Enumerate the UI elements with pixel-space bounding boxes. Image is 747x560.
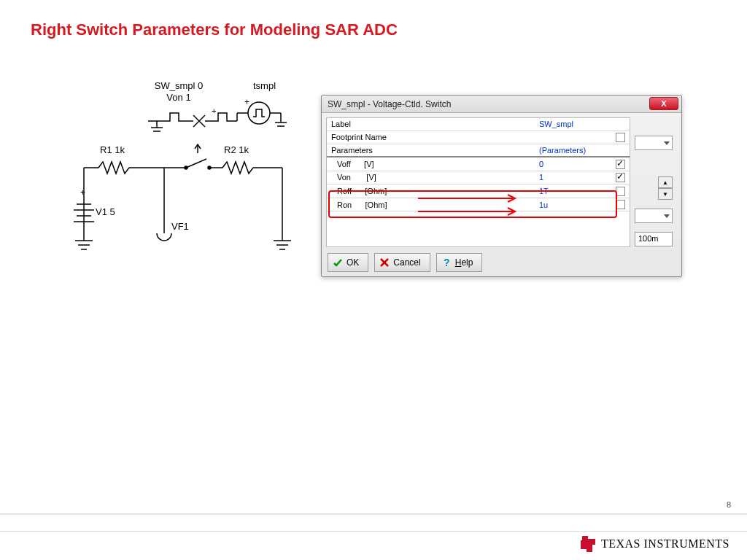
circuit-r1: R1 1k <box>100 144 125 155</box>
ok-label: OK <box>347 257 359 268</box>
switch-properties-dialog: SW_smpl - Voltage-Ctld. Switch X LabelSW… <box>321 95 682 277</box>
help-label: Help <box>455 257 473 268</box>
circuit-v1: V1 5 <box>96 206 115 217</box>
ti-brand-text: TEXAS INSTRUMENTS <box>601 537 729 551</box>
svg-text:?: ? <box>444 257 450 268</box>
plus-label: + <box>244 97 249 107</box>
dialog-button-bar: OK Cancel ? Help <box>328 253 482 272</box>
ti-chip-icon <box>578 534 597 553</box>
cancel-button[interactable]: Cancel <box>374 253 430 272</box>
ti-logo: TEXAS INSTRUMENTS <box>578 534 729 554</box>
x-icon <box>379 257 390 268</box>
cancel-label: Cancel <box>393 257 420 268</box>
slide-title: Right Switch Parameters for Modeling SAR… <box>31 20 398 39</box>
footer-divider <box>0 513 747 515</box>
row-footprint[interactable]: Footprint Name <box>327 131 630 144</box>
unit-dropdown-1[interactable] <box>635 136 673 150</box>
checkbox-footprint[interactable] <box>616 133 625 142</box>
help-button[interactable]: ? Help <box>436 253 483 272</box>
checkbox-von[interactable] <box>616 173 625 182</box>
page-number: 8 <box>727 500 731 509</box>
row-von[interactable]: Von [V]1 <box>327 171 630 184</box>
value-stepper: ▲ ▼ <box>658 176 673 200</box>
side-controls: ▲ ▼ 100m <box>635 136 677 246</box>
ok-button[interactable]: OK <box>328 253 368 272</box>
dialog-body: LabelSW_smpl Footprint Name Parameters(P… <box>326 117 630 247</box>
dialog-titlebar[interactable]: SW_smpl - Voltage-Ctld. Switch X <box>322 96 681 113</box>
circuit-r2: R2 1k <box>224 144 249 155</box>
dialog-title: SW_smpl - Voltage-Ctld. Switch <box>328 99 451 109</box>
question-icon: ? <box>441 257 452 268</box>
circuit-diagram: SW_smpl 0 Von 1 tsmpl + R1 1k R2 1k + V1… <box>69 80 295 255</box>
svg-line-14 <box>186 159 206 168</box>
circuit-von-label: Von 1 <box>166 92 190 103</box>
row-label[interactable]: LabelSW_smpl <box>327 118 630 131</box>
check-icon <box>333 257 343 268</box>
circuit-vf1: VF1 <box>171 221 189 232</box>
plus-label-3: + <box>212 106 216 115</box>
row-parameters[interactable]: Parameters(Parameters) <box>327 144 630 158</box>
unit-dropdown-2[interactable] <box>635 209 673 223</box>
row-voff[interactable]: Voff [V]0 <box>327 157 630 171</box>
step-down-button[interactable]: ▼ <box>658 188 673 200</box>
circuit-sw-label: SW_smpl 0 <box>155 80 203 91</box>
svg-point-32 <box>248 102 270 124</box>
numeric-value-box[interactable]: 100m <box>635 232 673 246</box>
close-button[interactable]: X <box>649 97 678 110</box>
highlight-arrows <box>414 191 538 220</box>
checkbox-voff[interactable] <box>616 160 625 169</box>
step-up-button[interactable]: ▲ <box>658 176 673 188</box>
plus-label-2: + <box>80 187 85 198</box>
circuit-tsmpl: tsmpl <box>253 80 276 91</box>
